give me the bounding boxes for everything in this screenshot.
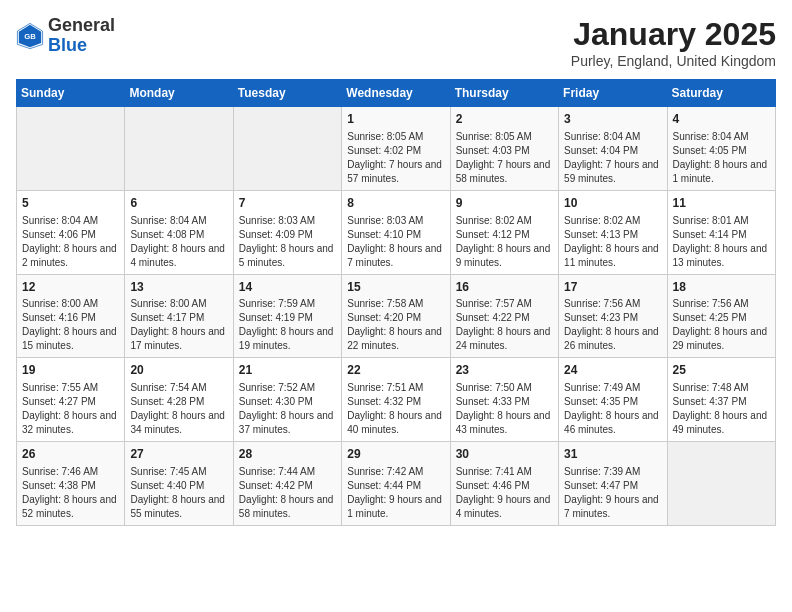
- calendar-cell: 31Sunrise: 7:39 AM Sunset: 4:47 PM Dayli…: [559, 442, 667, 526]
- logo-icon: GB: [16, 22, 44, 50]
- day-info: Sunrise: 8:04 AM Sunset: 4:04 PM Dayligh…: [564, 130, 661, 186]
- day-number: 26: [22, 446, 119, 463]
- day-info: Sunrise: 7:46 AM Sunset: 4:38 PM Dayligh…: [22, 465, 119, 521]
- calendar-cell: [667, 442, 775, 526]
- calendar-cell: 7Sunrise: 8:03 AM Sunset: 4:09 PM Daylig…: [233, 190, 341, 274]
- day-info: Sunrise: 8:05 AM Sunset: 4:02 PM Dayligh…: [347, 130, 444, 186]
- day-info: Sunrise: 8:00 AM Sunset: 4:17 PM Dayligh…: [130, 297, 227, 353]
- calendar-cell: 27Sunrise: 7:45 AM Sunset: 4:40 PM Dayli…: [125, 442, 233, 526]
- weekday-header-cell: Saturday: [667, 80, 775, 107]
- day-number: 7: [239, 195, 336, 212]
- calendar-cell: [125, 107, 233, 191]
- calendar-cell: 11Sunrise: 8:01 AM Sunset: 4:14 PM Dayli…: [667, 190, 775, 274]
- day-info: Sunrise: 7:52 AM Sunset: 4:30 PM Dayligh…: [239, 381, 336, 437]
- logo-blue: Blue: [48, 35, 87, 55]
- calendar-cell: 9Sunrise: 8:02 AM Sunset: 4:12 PM Daylig…: [450, 190, 558, 274]
- day-info: Sunrise: 8:01 AM Sunset: 4:14 PM Dayligh…: [673, 214, 770, 270]
- day-number: 24: [564, 362, 661, 379]
- day-info: Sunrise: 8:02 AM Sunset: 4:13 PM Dayligh…: [564, 214, 661, 270]
- day-number: 6: [130, 195, 227, 212]
- calendar-cell: 3Sunrise: 8:04 AM Sunset: 4:04 PM Daylig…: [559, 107, 667, 191]
- day-info: Sunrise: 7:44 AM Sunset: 4:42 PM Dayligh…: [239, 465, 336, 521]
- day-number: 31: [564, 446, 661, 463]
- day-info: Sunrise: 8:04 AM Sunset: 4:08 PM Dayligh…: [130, 214, 227, 270]
- calendar-cell: 1Sunrise: 8:05 AM Sunset: 4:02 PM Daylig…: [342, 107, 450, 191]
- day-number: 8: [347, 195, 444, 212]
- header: GB General Blue January 2025 Purley, Eng…: [16, 16, 776, 69]
- day-info: Sunrise: 7:51 AM Sunset: 4:32 PM Dayligh…: [347, 381, 444, 437]
- day-number: 30: [456, 446, 553, 463]
- calendar-cell: 5Sunrise: 8:04 AM Sunset: 4:06 PM Daylig…: [17, 190, 125, 274]
- day-number: 20: [130, 362, 227, 379]
- calendar-cell: [17, 107, 125, 191]
- day-info: Sunrise: 7:57 AM Sunset: 4:22 PM Dayligh…: [456, 297, 553, 353]
- logo: GB General Blue: [16, 16, 115, 56]
- calendar-cell: 2Sunrise: 8:05 AM Sunset: 4:03 PM Daylig…: [450, 107, 558, 191]
- day-info: Sunrise: 7:55 AM Sunset: 4:27 PM Dayligh…: [22, 381, 119, 437]
- calendar-cell: 8Sunrise: 8:03 AM Sunset: 4:10 PM Daylig…: [342, 190, 450, 274]
- day-info: Sunrise: 8:04 AM Sunset: 4:05 PM Dayligh…: [673, 130, 770, 186]
- day-info: Sunrise: 7:45 AM Sunset: 4:40 PM Dayligh…: [130, 465, 227, 521]
- calendar-cell: 21Sunrise: 7:52 AM Sunset: 4:30 PM Dayli…: [233, 358, 341, 442]
- day-info: Sunrise: 7:56 AM Sunset: 4:25 PM Dayligh…: [673, 297, 770, 353]
- day-number: 10: [564, 195, 661, 212]
- logo-text: General Blue: [48, 16, 115, 56]
- day-number: 4: [673, 111, 770, 128]
- calendar-week-row: 19Sunrise: 7:55 AM Sunset: 4:27 PM Dayli…: [17, 358, 776, 442]
- day-number: 3: [564, 111, 661, 128]
- day-info: Sunrise: 8:04 AM Sunset: 4:06 PM Dayligh…: [22, 214, 119, 270]
- calendar-cell: 18Sunrise: 7:56 AM Sunset: 4:25 PM Dayli…: [667, 274, 775, 358]
- calendar-cell: [233, 107, 341, 191]
- day-info: Sunrise: 7:58 AM Sunset: 4:20 PM Dayligh…: [347, 297, 444, 353]
- day-info: Sunrise: 7:50 AM Sunset: 4:33 PM Dayligh…: [456, 381, 553, 437]
- day-info: Sunrise: 7:48 AM Sunset: 4:37 PM Dayligh…: [673, 381, 770, 437]
- weekday-header-cell: Monday: [125, 80, 233, 107]
- day-number: 2: [456, 111, 553, 128]
- calendar-cell: 19Sunrise: 7:55 AM Sunset: 4:27 PM Dayli…: [17, 358, 125, 442]
- weekday-header-cell: Thursday: [450, 80, 558, 107]
- day-info: Sunrise: 8:02 AM Sunset: 4:12 PM Dayligh…: [456, 214, 553, 270]
- calendar-table: SundayMondayTuesdayWednesdayThursdayFrid…: [16, 79, 776, 526]
- calendar-subtitle: Purley, England, United Kingdom: [571, 53, 776, 69]
- calendar-cell: 4Sunrise: 8:04 AM Sunset: 4:05 PM Daylig…: [667, 107, 775, 191]
- day-info: Sunrise: 7:49 AM Sunset: 4:35 PM Dayligh…: [564, 381, 661, 437]
- logo-general: General: [48, 15, 115, 35]
- weekday-header-cell: Tuesday: [233, 80, 341, 107]
- calendar-week-row: 26Sunrise: 7:46 AM Sunset: 4:38 PM Dayli…: [17, 442, 776, 526]
- calendar-cell: 16Sunrise: 7:57 AM Sunset: 4:22 PM Dayli…: [450, 274, 558, 358]
- day-info: Sunrise: 7:41 AM Sunset: 4:46 PM Dayligh…: [456, 465, 553, 521]
- calendar-cell: 13Sunrise: 8:00 AM Sunset: 4:17 PM Dayli…: [125, 274, 233, 358]
- day-number: 12: [22, 279, 119, 296]
- day-number: 16: [456, 279, 553, 296]
- calendar-body: 1Sunrise: 8:05 AM Sunset: 4:02 PM Daylig…: [17, 107, 776, 526]
- calendar-cell: 14Sunrise: 7:59 AM Sunset: 4:19 PM Dayli…: [233, 274, 341, 358]
- day-number: 13: [130, 279, 227, 296]
- calendar-cell: 22Sunrise: 7:51 AM Sunset: 4:32 PM Dayli…: [342, 358, 450, 442]
- calendar-cell: 12Sunrise: 8:00 AM Sunset: 4:16 PM Dayli…: [17, 274, 125, 358]
- day-info: Sunrise: 8:05 AM Sunset: 4:03 PM Dayligh…: [456, 130, 553, 186]
- calendar-cell: 25Sunrise: 7:48 AM Sunset: 4:37 PM Dayli…: [667, 358, 775, 442]
- calendar-cell: 29Sunrise: 7:42 AM Sunset: 4:44 PM Dayli…: [342, 442, 450, 526]
- weekday-header: SundayMondayTuesdayWednesdayThursdayFrid…: [17, 80, 776, 107]
- day-number: 18: [673, 279, 770, 296]
- calendar-cell: 26Sunrise: 7:46 AM Sunset: 4:38 PM Dayli…: [17, 442, 125, 526]
- day-number: 1: [347, 111, 444, 128]
- day-number: 21: [239, 362, 336, 379]
- day-number: 28: [239, 446, 336, 463]
- title-section: January 2025 Purley, England, United Kin…: [571, 16, 776, 69]
- day-number: 17: [564, 279, 661, 296]
- calendar-cell: 17Sunrise: 7:56 AM Sunset: 4:23 PM Dayli…: [559, 274, 667, 358]
- calendar-cell: 10Sunrise: 8:02 AM Sunset: 4:13 PM Dayli…: [559, 190, 667, 274]
- day-info: Sunrise: 8:03 AM Sunset: 4:10 PM Dayligh…: [347, 214, 444, 270]
- day-number: 9: [456, 195, 553, 212]
- calendar-cell: 24Sunrise: 7:49 AM Sunset: 4:35 PM Dayli…: [559, 358, 667, 442]
- day-number: 25: [673, 362, 770, 379]
- calendar-week-row: 1Sunrise: 8:05 AM Sunset: 4:02 PM Daylig…: [17, 107, 776, 191]
- calendar-cell: 20Sunrise: 7:54 AM Sunset: 4:28 PM Dayli…: [125, 358, 233, 442]
- day-number: 14: [239, 279, 336, 296]
- day-info: Sunrise: 7:42 AM Sunset: 4:44 PM Dayligh…: [347, 465, 444, 521]
- day-info: Sunrise: 7:56 AM Sunset: 4:23 PM Dayligh…: [564, 297, 661, 353]
- calendar-cell: 23Sunrise: 7:50 AM Sunset: 4:33 PM Dayli…: [450, 358, 558, 442]
- day-number: 5: [22, 195, 119, 212]
- day-number: 15: [347, 279, 444, 296]
